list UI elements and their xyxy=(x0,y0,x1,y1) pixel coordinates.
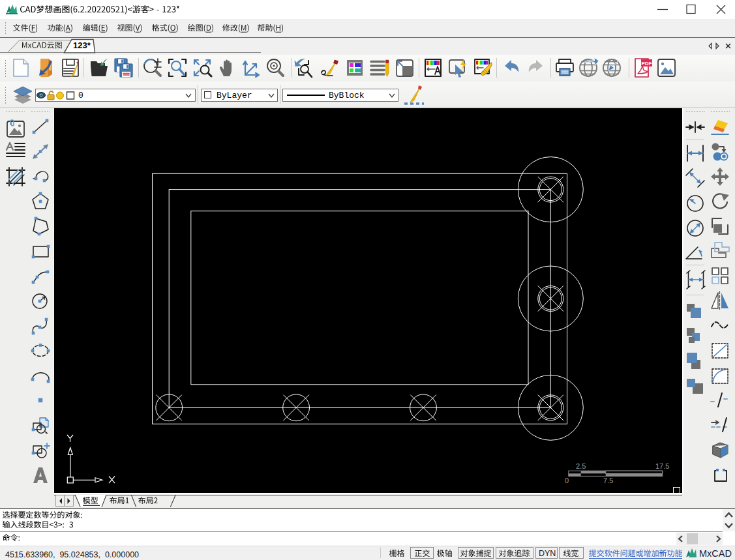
svg-text:2.5: 2.5 xyxy=(576,462,586,470)
svg-text:0: 0 xyxy=(565,477,569,484)
svg-text:17.5: 17.5 xyxy=(655,462,669,470)
svg-text:PDF: PDF xyxy=(641,61,652,66)
svg-text:7.5: 7.5 xyxy=(603,477,613,484)
